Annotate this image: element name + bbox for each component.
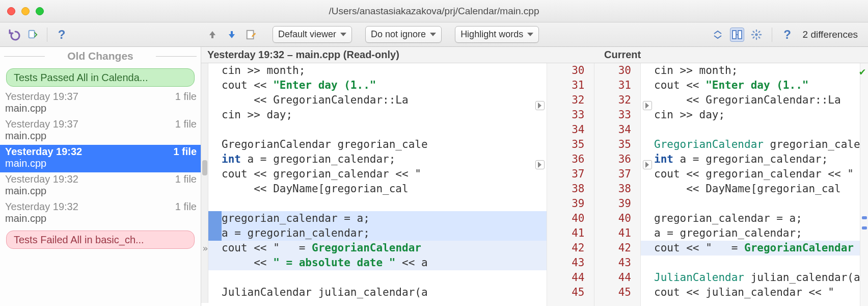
- svg-rect-3: [738, 31, 742, 39]
- line-number: 43: [547, 256, 585, 270]
- code-line: << DayName[gregorian_cal: [641, 182, 860, 196]
- line-number: 30: [547, 63, 585, 78]
- code-line: [208, 196, 547, 211]
- fold-icon[interactable]: [535, 160, 545, 169]
- code-line: cout << gregorian_calendar << ": [208, 167, 547, 182]
- line-number: 32: [547, 93, 585, 108]
- prev-diff-icon[interactable]: [205, 28, 220, 42]
- line-number: 37: [547, 167, 585, 182]
- titlebar: /Users/anastasiakazakova/prj/Calendar/ma…: [0, 0, 868, 22]
- line-number: 38: [547, 182, 585, 196]
- line-number: 39: [594, 196, 632, 211]
- content: Old Changes Tests Passed All in Calenda.…: [0, 47, 868, 306]
- line-number: 36: [594, 152, 632, 167]
- line-number: 33: [547, 108, 585, 122]
- svg-rect-1: [247, 30, 254, 39]
- code-line: a = gregorian_calendar;: [641, 226, 860, 241]
- code-line: gregorian_calendar = a;: [208, 211, 547, 226]
- history-item[interactable]: Yesterday 19:371 filemain.cpp: [0, 90, 201, 117]
- line-number: 45: [594, 285, 632, 300]
- section-header: Old Changes: [0, 47, 201, 65]
- chevron-down-icon: [340, 33, 346, 36]
- line-number: 38: [594, 182, 632, 196]
- code-line: << GregorianCalendar::La: [641, 93, 860, 108]
- line-number: 30: [594, 63, 632, 78]
- left-scrollbar[interactable]: [201, 63, 208, 303]
- viewer-dropdown-label: Default viewer: [278, 29, 336, 40]
- code-line: [641, 196, 860, 211]
- history-item-files: 1 file: [175, 173, 197, 185]
- history-item[interactable]: Yesterday 19:321 filemain.cpp: [0, 145, 201, 172]
- line-number: 44: [547, 270, 585, 285]
- highlight-dropdown-label: Highlight words: [460, 29, 523, 40]
- settings-gear-icon[interactable]: [749, 28, 764, 42]
- history-item[interactable]: Yesterday 19:321 filemain.cpp: [0, 172, 201, 200]
- sync-scroll-icon[interactable]: [730, 28, 744, 42]
- line-number: 41: [594, 226, 632, 241]
- window-title: /Users/anastasiakazakova/prj/Calendar/ma…: [0, 6, 868, 17]
- line-number: 31: [594, 78, 632, 93]
- code-line: [208, 122, 547, 137]
- code-line: cin >> month;: [641, 63, 860, 78]
- line-number: 36: [547, 152, 585, 167]
- line-number: 34: [594, 122, 632, 137]
- code-line: << DayName[gregorian_cal: [208, 182, 547, 196]
- history-item-file: main.cpp: [5, 130, 197, 142]
- line-number: 33: [594, 108, 632, 122]
- ignore-dropdown[interactable]: Do not ignore: [365, 26, 442, 43]
- help-icon[interactable]: ?: [780, 28, 795, 42]
- help-icon[interactable]: ?: [55, 28, 69, 42]
- line-number: 43: [594, 256, 632, 270]
- line-number: 40: [594, 211, 632, 226]
- code-line: cout << " = GregorianCalendar: [208, 241, 547, 256]
- code-line: cout << " = GregorianCalendar: [641, 241, 860, 256]
- chevron-down-icon: [430, 33, 436, 36]
- edit-source-icon[interactable]: [244, 28, 258, 42]
- line-number: 35: [594, 137, 632, 152]
- highlight-dropdown[interactable]: Highlight words: [455, 26, 539, 43]
- ignore-dropdown-label: Do not ignore: [371, 29, 426, 40]
- code-line: [208, 270, 547, 285]
- code-line: [641, 122, 860, 137]
- left-pane-title: Yesterday 19:32 – main.cpp (Read-only): [201, 47, 598, 63]
- chevron-down-icon: [527, 33, 533, 36]
- svg-rect-0: [29, 30, 35, 38]
- code-line: << " = absolute date " << a: [208, 256, 547, 270]
- history-list: Yesterday 19:371 filemain.cppYesterday 1…: [0, 90, 201, 227]
- history-item-time: Yesterday 19:37: [5, 118, 78, 130]
- revert-icon[interactable]: [7, 28, 21, 42]
- fold-icon[interactable]: [643, 160, 652, 169]
- history-item[interactable]: Yesterday 19:321 filemain.cpp: [0, 200, 201, 227]
- code-line: int a = gregorian_calendar;: [641, 152, 860, 167]
- history-item[interactable]: Yesterday 19:371 filemain.cpp: [0, 117, 201, 145]
- line-number: 44: [594, 270, 632, 285]
- code-line: cout << julian_calendar << ": [641, 285, 860, 300]
- left-code-pane[interactable]: cin >> month;cout << "Enter day (1.." <<…: [201, 63, 547, 306]
- collapse-unchanged-icon[interactable]: [711, 28, 725, 42]
- svg-point-4: [755, 33, 758, 36]
- diff-body: cin >> month;cout << "Enter day (1.." <<…: [201, 63, 868, 306]
- overview-ruler[interactable]: ✔: [860, 63, 868, 306]
- tests-failed-chip[interactable]: Tests Failed All in basic_ch...: [6, 231, 195, 249]
- ok-check-icon: ✔: [859, 64, 865, 79]
- viewer-dropdown[interactable]: Default viewer: [273, 26, 352, 43]
- code-line: gregorian_calendar = a;: [641, 211, 860, 226]
- next-diff-icon[interactable]: [225, 28, 239, 42]
- line-number: 31: [547, 78, 585, 93]
- history-item-files: 1 file: [173, 146, 197, 158]
- line-number: 37: [594, 167, 632, 182]
- history-item-time: Yesterday 19:32: [5, 201, 78, 213]
- svg-rect-2: [733, 31, 736, 39]
- patch-icon[interactable]: [25, 28, 40, 42]
- code-line: << GregorianCalendar::La: [208, 93, 547, 108]
- history-item-files: 1 file: [175, 91, 197, 103]
- right-code-pane[interactable]: cin >> month;cout << "Enter day (1.." <<…: [641, 63, 860, 306]
- fold-icon[interactable]: [535, 101, 545, 110]
- fold-icon[interactable]: [643, 101, 652, 110]
- apply-left-icon[interactable]: »: [201, 243, 210, 253]
- code-line: int a = gregorian_calendar;: [208, 152, 547, 167]
- line-number: 42: [594, 241, 632, 256]
- tests-passed-chip[interactable]: Tests Passed All in Calenda...: [6, 68, 195, 87]
- line-number: 35: [547, 137, 585, 152]
- history-item-file: main.cpp: [5, 158, 197, 169]
